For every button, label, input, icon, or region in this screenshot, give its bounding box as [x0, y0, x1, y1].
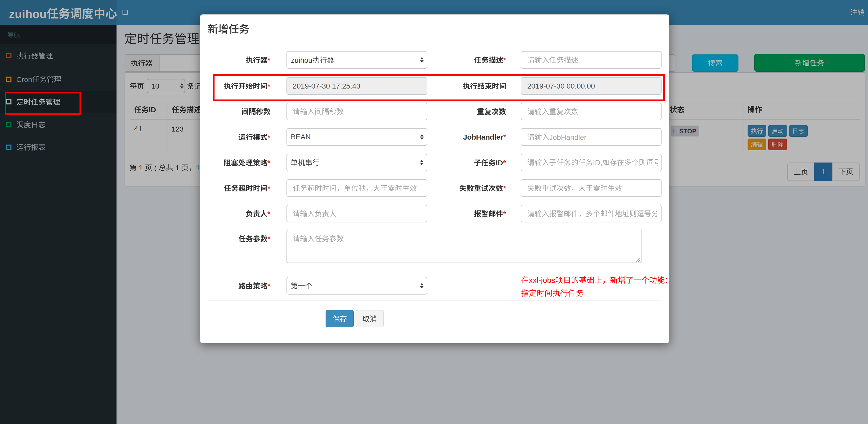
svg-text:*: * [268, 134, 270, 141]
svg-text:*: * [268, 185, 270, 191]
svg-text:*: * [503, 57, 506, 63]
svg-text:*: * [268, 282, 270, 289]
svg-text:xxl-jobs: xxl-jobs [529, 276, 555, 284]
svg-text:JobHandler: JobHandler [463, 134, 503, 140]
svg-text:*: * [268, 159, 270, 166]
svg-text:*: * [503, 159, 506, 166]
svg-text:*: * [268, 57, 270, 64]
svg-text:JobHandler: JobHandler [549, 134, 587, 140]
svg-text:ID: ID [496, 159, 503, 166]
svg-text:ID,: ID, [593, 159, 602, 166]
svg-text:zuihou: zuihou [291, 57, 312, 63]
svg-text:*: * [503, 185, 506, 192]
svg-text:*: * [503, 210, 506, 217]
svg-text:*: * [503, 134, 506, 140]
svg-text:*: * [268, 210, 270, 217]
svg-text:*: * [268, 235, 270, 242]
svg-text:BEAN: BEAN [291, 134, 310, 139]
